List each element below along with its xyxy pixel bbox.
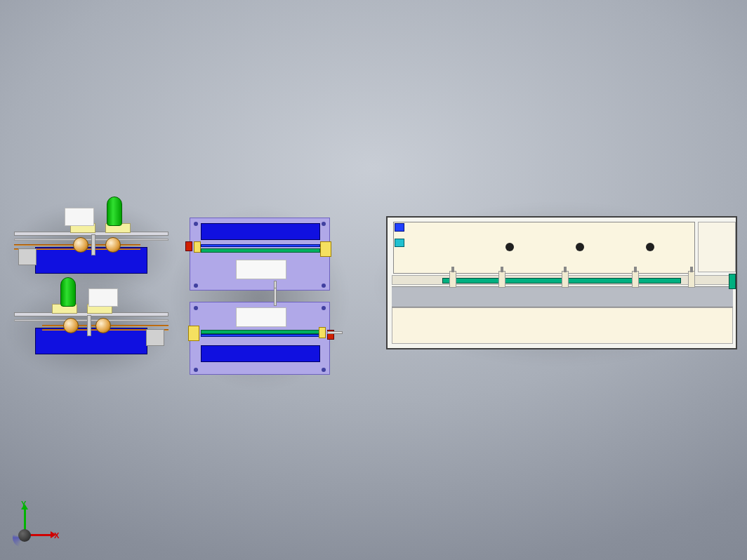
end-clamp: [319, 327, 326, 338]
small-assembly-lower: [14, 284, 168, 354]
workpiece-beam: [201, 330, 320, 334]
end-clamp: [194, 241, 201, 253]
mount-block: [65, 208, 94, 226]
small-assembly-upper: [14, 204, 168, 274]
roller-hub: [95, 318, 111, 333]
table-surface: [392, 286, 733, 307]
support-bracket: [688, 271, 695, 288]
mount-hole-icon: [505, 243, 514, 251]
workpiece-beam: [201, 248, 320, 253]
roller-hub: [63, 318, 79, 333]
mid-assembly-upper: [183, 211, 337, 295]
actuator-rod: [274, 288, 277, 306]
bolt-hole-icon: [322, 368, 326, 372]
bolt-hole-icon: [322, 284, 326, 288]
support-bracket: [498, 271, 505, 288]
support-bracket: [449, 271, 456, 288]
pillar: [91, 234, 95, 255]
bracket-pin-icon: [634, 267, 637, 272]
side-cover: [698, 222, 736, 272]
y-axis-icon: [24, 508, 26, 531]
view-axis-triad[interactable]: X Y: [8, 502, 58, 552]
end-stop: [729, 274, 736, 289]
roller-hub: [105, 237, 121, 253]
bolt-hole-icon: [194, 222, 198, 226]
x-axis-label: X: [54, 531, 59, 540]
end-clamp: [320, 241, 331, 257]
guide-rail-secondary: [14, 319, 168, 321]
roller-hub: [73, 237, 88, 253]
bolt-hole-icon: [322, 222, 326, 226]
pneumatic-cylinder: [107, 196, 122, 226]
bolt-hole-icon: [194, 368, 198, 372]
clamp-bar: [201, 223, 320, 240]
linear-rail: [201, 334, 320, 337]
mount-block: [88, 288, 118, 307]
cover-plate: [236, 307, 286, 327]
end-clamp: [188, 326, 199, 341]
x-axis-icon: [29, 534, 52, 536]
y-axis-label: Y: [21, 500, 26, 508]
bracket-pin-icon: [564, 267, 567, 272]
sensor-block: [185, 241, 192, 251]
bolt-hole-icon: [194, 306, 198, 310]
indicator-block-blue: [395, 223, 404, 232]
bracket-pin-icon: [501, 267, 503, 272]
large-panel-assembly: [386, 216, 737, 349]
cad-viewport[interactable]: X Y: [0, 0, 747, 560]
mount-hole-icon: [646, 243, 654, 251]
pillar: [87, 315, 91, 336]
support-bracket: [562, 271, 569, 288]
support-bracket: [632, 271, 639, 288]
bracket-pin-icon: [451, 267, 454, 272]
indicator-block-cyan: [395, 239, 404, 247]
actuator-rod: [327, 331, 343, 334]
pneumatic-cylinder: [60, 277, 76, 307]
mid-assembly-lower: [183, 295, 337, 379]
stepper-motor: [146, 329, 164, 346]
axis-origin-icon: [18, 529, 31, 542]
linear-rail: [201, 244, 320, 247]
base-plate: [35, 328, 147, 354]
cover-plate: [236, 260, 286, 279]
stepper-motor: [18, 248, 37, 265]
clamp-bar: [201, 345, 320, 362]
mount-hole-icon: [576, 243, 584, 251]
bolt-hole-icon: [194, 284, 198, 288]
bracket-pin-icon: [690, 267, 693, 272]
lower-cover: [392, 307, 733, 344]
bolt-hole-icon: [322, 306, 326, 310]
